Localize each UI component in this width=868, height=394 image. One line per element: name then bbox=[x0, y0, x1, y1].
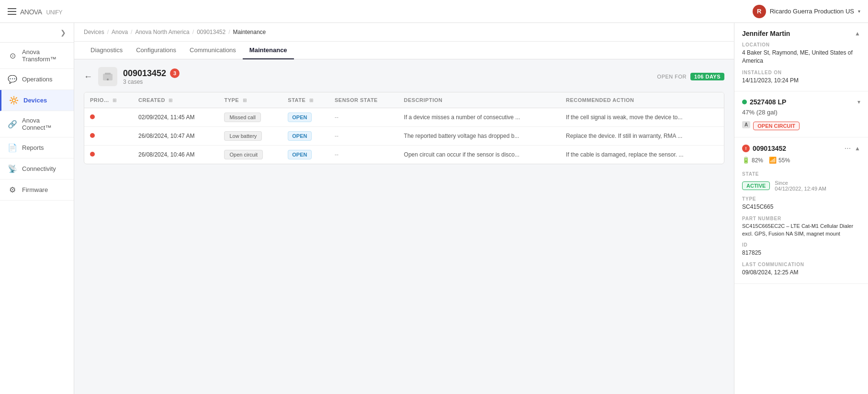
ellipsis-button[interactable]: ··· bbox=[845, 144, 851, 153]
back-button[interactable]: ← bbox=[84, 72, 92, 82]
device-collapse-icon[interactable]: ▲ bbox=[855, 145, 860, 152]
last-comm-value: 09/08/2024, 12:25 AM bbox=[742, 269, 860, 277]
content-area: Devices / Anova / Anova North America / … bbox=[74, 23, 734, 394]
transform-icon: ⊙ bbox=[8, 51, 17, 60]
sidebar-item-firmware[interactable]: ⚙ Firmware bbox=[0, 180, 74, 201]
chevron-down-icon[interactable]: ▾ bbox=[858, 9, 860, 14]
type-filter-icon[interactable]: ⊞ bbox=[243, 98, 247, 103]
description-text: If a device misses a number of consecuti… bbox=[404, 114, 520, 121]
cell-action: If the cable is damaged, replace the sen… bbox=[560, 146, 724, 164]
tab-bar: Diagnostics Configurations Communication… bbox=[74, 42, 734, 59]
contact-section: Jennifer Martin ▲ LOCATION 4 Baker St, R… bbox=[734, 23, 868, 91]
cell-description: If a device misses a number of consecuti… bbox=[398, 108, 560, 127]
cell-sensor-state: -- bbox=[329, 127, 398, 146]
operations-icon: 💬 bbox=[8, 75, 17, 84]
col-created-label: CREATED bbox=[138, 97, 165, 103]
main-layout: ❯ ⊙ Anova Transform™ 💬 Operations 🔆 Devi… bbox=[0, 23, 868, 394]
sidebar-item-anova-transform[interactable]: ⊙ Anova Transform™ bbox=[0, 43, 74, 69]
tank-status-dot bbox=[742, 100, 747, 104]
table-row[interactable]: 02/09/2024, 11:45 AM Missed call OPEN --… bbox=[84, 108, 724, 127]
type-badge: Missed call bbox=[224, 113, 260, 122]
alert-count-badge: 3 bbox=[170, 68, 180, 78]
device-id-value: 817825 bbox=[742, 249, 860, 257]
table-row[interactable]: 26/08/2024, 10:46 AM Open circuit OPEN -… bbox=[84, 146, 724, 164]
sidebar-item-operations[interactable]: 💬 Operations bbox=[0, 69, 74, 90]
device-state-row: STATE bbox=[742, 167, 860, 178]
device-alert-icon: ! bbox=[742, 145, 750, 152]
priority-filter-icon[interactable]: ⊞ bbox=[113, 98, 117, 103]
device-section-id: 009013452 bbox=[753, 145, 786, 152]
device-cases: 3 cases bbox=[123, 79, 180, 85]
cell-description: Open circuit can occur if the sensor is … bbox=[398, 146, 560, 164]
cell-sensor-state: -- bbox=[329, 108, 398, 127]
col-state-label: STATE bbox=[288, 97, 305, 103]
tank-collapse-icon[interactable]: ▾ bbox=[857, 99, 860, 105]
panel-actions: ··· ▲ bbox=[845, 144, 860, 153]
breadcrumb-north-america[interactable]: Anova North America bbox=[135, 29, 189, 35]
sidebar-item-anova-connect[interactable]: 🔗 Anova Connect™ bbox=[0, 111, 74, 137]
description-text: The reported battery voltage has dropped… bbox=[404, 133, 519, 139]
toggle-icon[interactable]: ❯ bbox=[60, 29, 66, 36]
col-type-label: TYPE bbox=[224, 97, 239, 103]
connect-icon: 🔗 bbox=[8, 120, 17, 129]
tab-maintenance[interactable]: Maintenance bbox=[243, 42, 294, 59]
tab-communications[interactable]: Communications bbox=[183, 42, 243, 59]
connectivity-icon: 📡 bbox=[8, 164, 17, 173]
breadcrumb-devices[interactable]: Devices bbox=[84, 29, 104, 35]
tank-name: 2527408 LP bbox=[750, 98, 786, 106]
description-text: Open circuit can occur if the sensor is … bbox=[404, 151, 519, 158]
sidebar-item-reports[interactable]: 📄 Reports bbox=[0, 137, 74, 158]
svg-rect-1 bbox=[105, 73, 111, 75]
devices-icon: 🔆 bbox=[9, 96, 19, 105]
logo-sub: UNIFY bbox=[46, 9, 63, 16]
cell-action: Replace the device. If still in warranty… bbox=[560, 127, 724, 146]
breadcrumb: Devices / Anova / Anova North America / … bbox=[74, 23, 734, 42]
cell-created: 26/08/2024, 10:46 AM bbox=[133, 146, 218, 164]
logo-text: ANOVA bbox=[20, 8, 42, 16]
open-for-block: OPEN FOR 106 DAYS bbox=[657, 73, 724, 80]
battery-stat: 🔋 82% bbox=[742, 157, 763, 164]
contact-section-header: Jennifer Martin ▲ bbox=[742, 30, 860, 37]
breadcrumb-device-id[interactable]: 009013452 bbox=[197, 29, 225, 35]
device-stats: 🔋 82% 📶 55% bbox=[742, 157, 860, 164]
sidebar-item-label: Firmware bbox=[22, 186, 48, 193]
cell-type: Low battery bbox=[218, 127, 282, 146]
col-recommended-action-label: RECOMMENDED ACTION bbox=[566, 97, 634, 103]
installed-label: INSTALLED ON bbox=[742, 70, 860, 75]
cell-state: OPEN bbox=[282, 127, 329, 146]
right-panel: Jennifer Martin ▲ LOCATION 4 Baker St, R… bbox=[734, 23, 868, 394]
topbar-left: ANOVA UNIFY bbox=[8, 6, 62, 17]
contact-collapse-icon[interactable]: ▲ bbox=[855, 30, 860, 37]
tab-configurations[interactable]: Configurations bbox=[129, 42, 183, 59]
hamburger-menu[interactable] bbox=[8, 8, 16, 15]
table-row[interactable]: 26/08/2024, 10:47 AM Low battery OPEN --… bbox=[84, 127, 724, 146]
device-section-title: ! 009013452 bbox=[742, 145, 786, 152]
action-text: If the cell signal is weak, move the dev… bbox=[566, 114, 682, 121]
priority-dot bbox=[90, 114, 95, 119]
signal-stat: 📶 55% bbox=[769, 157, 790, 164]
sidebar-item-connectivity[interactable]: 📡 Connectivity bbox=[0, 158, 74, 180]
created-filter-icon[interactable]: ⊞ bbox=[169, 98, 173, 103]
maintenance-table: PRIO... ⊞ CREATED ⊞ TYPE ⊞ bbox=[84, 92, 724, 164]
sidebar: ❯ ⊙ Anova Transform™ 💬 Operations 🔆 Devi… bbox=[0, 23, 74, 394]
sidebar-toggle[interactable]: ❯ bbox=[0, 23, 74, 43]
state-filter-icon[interactable]: ⊞ bbox=[309, 98, 314, 103]
tab-diagnostics[interactable]: Diagnostics bbox=[84, 42, 129, 59]
sidebar-item-label: Devices bbox=[23, 97, 47, 104]
state-badge: OPEN bbox=[288, 150, 311, 159]
sidebar-item-label: Anova Connect™ bbox=[22, 117, 66, 131]
device-thumbnail bbox=[98, 67, 117, 86]
cell-description: The reported battery voltage has dropped… bbox=[398, 127, 560, 146]
col-created: CREATED ⊞ bbox=[133, 92, 218, 108]
device-section: ! 009013452 ··· ▲ 🔋 82% 📶 55% bbox=[734, 137, 868, 283]
table-header-row: PRIO... ⊞ CREATED ⊞ TYPE ⊞ bbox=[84, 92, 724, 108]
state-label-text: STATE bbox=[742, 171, 759, 177]
last-comm-label: LAST COMMUNICATION bbox=[742, 262, 860, 267]
installed-value: 14/11/2023, 10:24 PM bbox=[742, 77, 860, 85]
breadcrumb-anova[interactable]: Anova bbox=[112, 29, 128, 35]
sidebar-item-label: Connectivity bbox=[22, 165, 56, 172]
firmware-icon: ⚙ bbox=[8, 185, 17, 194]
sidebar-item-devices[interactable]: 🔆 Devices bbox=[0, 90, 74, 111]
state-badge: OPEN bbox=[288, 131, 311, 141]
battery-value: 82% bbox=[752, 157, 763, 164]
